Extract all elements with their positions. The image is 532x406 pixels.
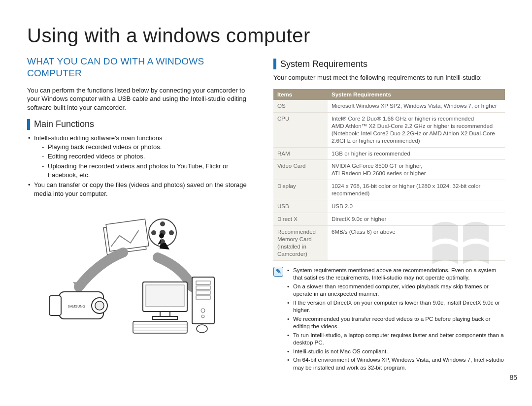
svg-rect-19 — [153, 316, 177, 319]
table-row: Video CardNVIDIA GeForce 8500 GT or high… — [273, 160, 505, 180]
camcorder-to-pc-illustration-icon: SAMSUNG — [44, 208, 241, 336]
note-item: To run Intelli-studio, a laptop computer… — [287, 332, 505, 347]
note-item: We recommended you transfer recorded vid… — [287, 315, 505, 331]
right-column: System Requirements Your computer must m… — [273, 56, 505, 391]
svg-rect-12 — [49, 296, 61, 315]
table-header-items: Items — [273, 89, 328, 100]
table-row: Display1024 x 768, 16-bit color or highe… — [273, 180, 505, 200]
table-row: USBUSB 2.0 — [273, 200, 505, 213]
system-requirements-label: System Requirements — [280, 59, 367, 69]
workflow-illustration: SAMSUNG — [27, 208, 259, 336]
main-functions-bullet-1: Intelli-studio editing software's main f… — [27, 134, 259, 180]
svg-rect-18 — [160, 312, 170, 316]
note-icon: ✎ — [273, 267, 283, 277]
svg-point-31 — [197, 325, 207, 333]
svg-point-5 — [169, 230, 174, 235]
system-requirements-heading: System Requirements — [273, 59, 505, 69]
svg-rect-22 — [196, 286, 210, 289]
left-column: WHAT YOU CAN DO WITH A WINDOWS COMPUTER … — [27, 56, 259, 391]
table-row: Recommended Memory Card (Installed in Ca… — [273, 226, 505, 261]
table-row: OSMicrosoft Windows XP SP2, Windows Vist… — [273, 100, 505, 112]
main-functions-label: Main Functions — [34, 119, 94, 129]
note-item: System requirements mentioned above are … — [287, 267, 505, 282]
main-functions-bullet-2: You can transfer or copy the files (vide… — [27, 181, 259, 198]
table-row: Direct XDirectX 9.0c or higher — [273, 213, 505, 226]
svg-rect-23 — [196, 291, 210, 294]
main-functions-heading: Main Functions — [27, 119, 259, 130]
note-item: On a slower than recommended computer, v… — [287, 283, 505, 298]
table-row: RAM1GB or higher is recommended — [273, 147, 505, 160]
svg-point-2 — [160, 221, 165, 226]
note-item: On 64-bit environment of Windows XP, Win… — [287, 356, 505, 372]
notes-block: ✎ System requirements mentioned above ar… — [273, 267, 505, 373]
note-item: Intelli-studio is not Mac OS compliant. — [287, 348, 505, 356]
svg-rect-7 — [106, 219, 149, 251]
svg-rect-17 — [146, 285, 184, 307]
svg-point-8 — [159, 233, 164, 238]
table-row: CPUIntel® Core 2 Duo® 1.66 GHz or higher… — [273, 112, 505, 147]
svg-rect-21 — [196, 281, 210, 284]
svg-rect-24 — [196, 296, 210, 299]
svg-point-14 — [95, 301, 104, 310]
intro-paragraph: You can perform the functions listed bel… — [27, 86, 259, 112]
page-title: Using with a windows computer — [27, 25, 505, 47]
table-header-req: System Requirements — [328, 89, 505, 100]
notes-list: System requirements mentioned above are … — [287, 267, 505, 373]
main-functions-dash-1: Playing back recorded videos or photos. — [34, 143, 259, 152]
svg-text:SAMSUNG: SAMSUNG — [67, 305, 85, 308]
system-requirements-table: Items System Requirements OSMicrosoft Wi… — [273, 89, 505, 261]
system-requirements-intro: Your computer must meet the following re… — [273, 73, 505, 82]
section-heading-what-you-can-do: WHAT YOU CAN DO WITH A WINDOWS COMPUTER — [27, 56, 259, 79]
svg-point-4 — [151, 230, 156, 235]
main-functions-dash-2: Editing recorded videos or photos. — [34, 152, 259, 161]
main-functions-dash-3: Uploading the recorded videos and photos… — [34, 162, 259, 180]
page-number: 85 — [509, 374, 517, 381]
main-functions-list: Intelli-studio editing software's main f… — [27, 134, 259, 198]
note-item: If the version of DirectX on your comput… — [287, 299, 505, 314]
